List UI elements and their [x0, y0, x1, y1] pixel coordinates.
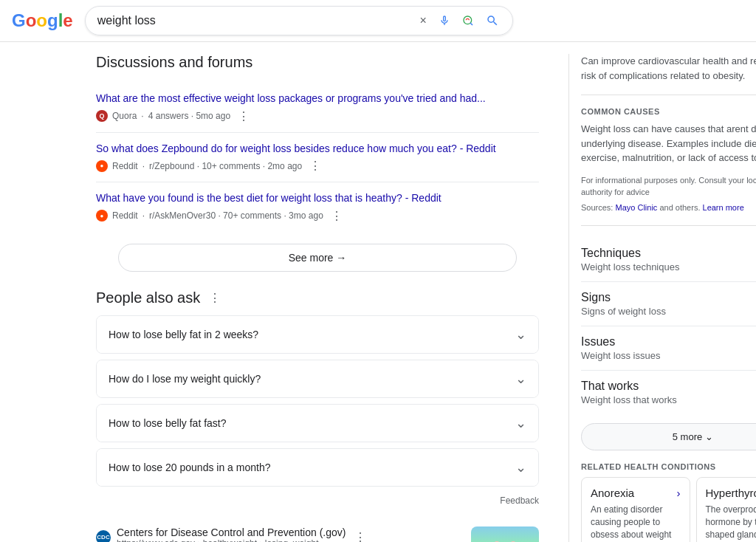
discussion-link-1[interactable]: What are the most effective weight loss … [96, 92, 539, 106]
discussion-item-1: What are the most effective weight loss … [96, 83, 539, 133]
expandable-issues[interactable]: Issues Weight loss issues ⌄ [581, 326, 756, 371]
discussions-title: Discussions and forums [96, 54, 539, 71]
search-bar: × [85, 6, 513, 35]
discussion-link-2[interactable]: So what does Zepbound do for weight loss… [96, 142, 539, 157]
paa-question-2[interactable]: How do I lose my weight quickly? ⌄ [97, 360, 538, 397]
paa-question-1[interactable]: How to lose belly fat in 2 weeks? ⌄ [97, 316, 538, 353]
mayo-clinic-link[interactable]: Mayo Clinic [615, 203, 657, 212]
search-input[interactable] [97, 14, 413, 27]
issues-subtitle: Weight loss issues [581, 350, 660, 361]
anorexia-desc: An eating disorder causing people to obs… [591, 504, 681, 542]
result-source-1: CDC Centers for Disease Control and Prev… [96, 526, 462, 542]
chevron-down-icon-see-more: ⌄ [705, 431, 713, 442]
paa-title: People also ask [96, 289, 200, 306]
anorexia-link[interactable]: › [677, 487, 681, 499]
related-health-label: RELATED HEALTH CONDITIONS [581, 462, 756, 471]
discussion-info-1: 4 answers · 5mo ago [148, 111, 230, 121]
discussion-meta-3: ● Reddit · r/AskMenOver30 · 70+ comments… [96, 209, 539, 223]
mic-button[interactable] [437, 13, 452, 28]
expandable-items: Techniques Weight loss techniques ⌄ Sign… [581, 238, 756, 414]
paa-item-3: How to lose belly fat fast? ⌄ [96, 404, 539, 442]
search-button[interactable] [484, 13, 501, 29]
paa-section: People also ask ⋮ How to lose belly fat … [96, 289, 539, 509]
health-card-hyperthyroid: Hyperthyroidi The overproduction of horm… [696, 477, 757, 542]
issues-title: Issues [581, 335, 660, 349]
paa-item-4: How to lose 20 pounds in a month? ⌄ [96, 448, 539, 487]
signs-title: Signs [581, 291, 666, 304]
more-options-2[interactable]: ⋮ [306, 159, 324, 173]
that-works-title: That works [581, 380, 677, 393]
discussion-meta-2: ● Reddit · r/Zepbound · 10+ comments · 2… [96, 159, 539, 173]
discussion-info-3: r/AskMenOver30 · 70+ comments · 3mo ago [149, 210, 323, 221]
learn-more-link[interactable]: Learn more [703, 203, 744, 212]
right-intro-text: Can improve cardiovascular health and re… [581, 54, 756, 95]
search-result-1: CDC Centers for Disease Control and Prev… [96, 526, 539, 542]
see-more-discussions-button[interactable]: See more → [118, 244, 517, 272]
chevron-down-icon-3: ⌄ [515, 415, 526, 431]
source-name-1: Centers for Disease Control and Preventi… [117, 526, 346, 538]
common-causes-section: COMMON CAUSES Weight loss can have cause… [581, 107, 756, 213]
search-icons: × [418, 13, 500, 29]
result-text-1: CDC Centers for Disease Control and Prev… [96, 526, 462, 542]
paa-more-options[interactable]: ⋮ [206, 291, 224, 305]
expandable-that-works[interactable]: That works Weight loss that works ⌄ [581, 371, 756, 414]
sources-text: Sources: Mayo Clinic and others. Learn m… [581, 202, 756, 214]
expandable-signs[interactable]: Signs Signs of weight loss ⌄ [581, 282, 756, 326]
more-options-1[interactable]: ⋮ [235, 109, 252, 123]
paa-item-1: How to lose belly fat in 2 weeks? ⌄ [96, 315, 539, 354]
discussion-item-2: So what does Zepbound do for weight loss… [96, 133, 539, 183]
discussion-link-3[interactable]: What have you found is the best diet for… [96, 191, 539, 206]
health-card-anorexia: Anorexia › An eating disorder causing pe… [581, 477, 690, 542]
main-content: Discussions and forums What are the most… [0, 42, 756, 542]
left-column: Discussions and forums What are the most… [96, 54, 568, 542]
discussion-source-3: Reddit [112, 210, 138, 221]
clear-button[interactable]: × [418, 13, 427, 29]
source-url-1: https://www.cdc.gov › healthyweight › lo… [117, 538, 346, 542]
header: Google × [0, 0, 756, 42]
chevron-down-icon-4: ⌄ [515, 459, 526, 476]
discussion-item-3: What have you found is the best diet for… [96, 182, 539, 232]
common-causes-label: COMMON CAUSES [581, 107, 756, 116]
techniques-subtitle: Weight loss techniques [581, 261, 679, 272]
right-column: Can improve cardiovascular health and re… [568, 54, 756, 542]
discussion-source-2: Reddit [112, 161, 138, 171]
google-logo: Google [12, 10, 73, 31]
chevron-down-icon-2: ⌄ [515, 371, 526, 387]
health-cards: Anorexia › An eating disorder causing pe… [581, 477, 756, 542]
that-works-subtitle: Weight loss that works [581, 394, 677, 405]
signs-subtitle: Signs of weight loss [581, 306, 666, 317]
svg-line-1 [470, 23, 472, 25]
techniques-title: Techniques [581, 247, 679, 260]
walking-people-image [471, 526, 539, 542]
discussions-section: Discussions and forums What are the most… [96, 54, 539, 272]
paa-header: People also ask ⋮ [96, 289, 539, 306]
paa-item-2: How do I lose my weight quickly? ⌄ [96, 360, 539, 398]
quora-icon: Q [96, 110, 108, 122]
reddit-icon-1: ● [96, 160, 108, 172]
more-options-3[interactable]: ⋮ [328, 209, 346, 223]
see-more-right-button[interactable]: 5 more ⌄ [581, 423, 756, 450]
result-with-image-1: CDC Centers for Disease Control and Prev… [96, 526, 539, 542]
chevron-down-icon-1: ⌄ [515, 326, 526, 343]
divider-1 [581, 225, 756, 226]
discussion-source-1: Quora [112, 111, 137, 121]
expandable-techniques[interactable]: Techniques Weight loss techniques ⌄ [581, 238, 756, 282]
lens-button[interactable] [461, 13, 475, 28]
paa-question-3[interactable]: How to lose belly fat fast? ⌄ [97, 405, 538, 442]
result-more-options-1[interactable]: ⋮ [351, 530, 369, 542]
cdc-icon: CDC [96, 530, 111, 542]
reddit-icon-2: ● [96, 210, 108, 222]
feedback-link[interactable]: Feedback [96, 493, 539, 509]
discussion-meta-1: Q Quora · 4 answers · 5mo ago ⋮ [96, 109, 539, 123]
disclaimer-text: For informational purposes only. Consult… [581, 174, 756, 199]
causes-text: Weight loss can have causes that arent d… [581, 122, 756, 165]
discussion-info-2: r/Zepbound · 10+ comments · 2mo ago [149, 161, 302, 171]
paa-question-4[interactable]: How to lose 20 pounds in a month? ⌄ [97, 449, 538, 486]
result-image-1 [471, 526, 539, 542]
hyperthyroid-desc: The overproduction of hormone by the sha… [706, 504, 757, 542]
